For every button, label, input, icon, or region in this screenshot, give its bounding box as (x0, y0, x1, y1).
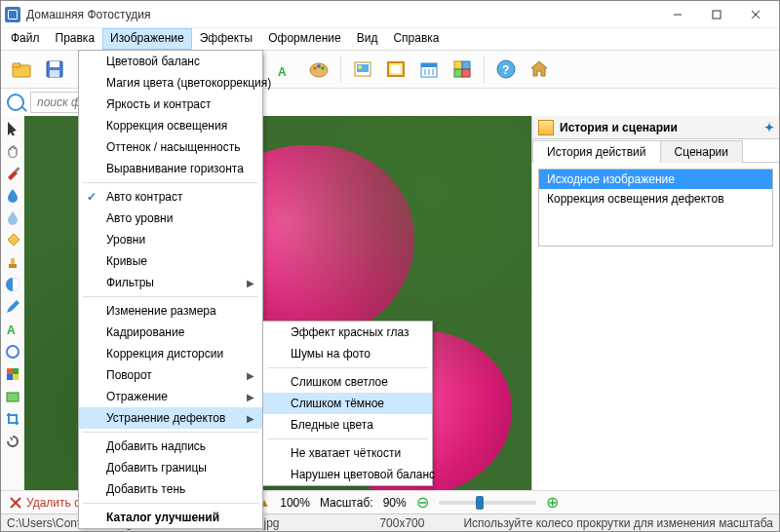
menu-оформление[interactable]: Оформление (260, 28, 348, 50)
close-button[interactable] (736, 2, 775, 27)
menu-item[interactable]: ✓Авто контраст (79, 186, 262, 208)
menu-изображение[interactable]: Изображение (102, 28, 192, 50)
menu-item[interactable]: Выравнивание горизонта (79, 158, 262, 179)
collage-button[interactable] (448, 55, 477, 84)
frame-button[interactable] (381, 55, 410, 84)
search-icon[interactable] (7, 94, 24, 111)
menu-item[interactable]: Авто уровни (79, 208, 262, 229)
image-menu: Цветовой балансМагия цвета (цветокоррекц… (78, 50, 263, 529)
history-item[interactable]: Исходное изображение (539, 170, 772, 189)
open-button[interactable] (7, 55, 36, 84)
menu-эффекты[interactable]: Эффекты (192, 28, 261, 50)
crop-tool-icon[interactable] (5, 411, 20, 427)
menu-item[interactable]: Устранение дефектов▶ (79, 407, 262, 429)
zoom-label: Масштаб: (320, 496, 373, 510)
menu-item[interactable]: Эффект красных глаз (263, 322, 432, 343)
svg-point-17 (313, 66, 317, 70)
history-icon (538, 120, 554, 135)
menu-правка[interactable]: Правка (48, 28, 103, 50)
maximize-button[interactable] (697, 2, 736, 27)
pointer-tool-icon[interactable] (5, 120, 20, 135)
menu-item[interactable]: Шумы на фото (263, 343, 432, 364)
menu-item[interactable]: Добавить надпись (79, 436, 262, 457)
svg-rect-42 (7, 368, 13, 374)
menu-вид[interactable]: Вид (349, 28, 386, 50)
menu-item[interactable]: Оттенок / насыщенность (79, 136, 262, 158)
pencil-tool-icon[interactable] (5, 299, 20, 315)
menu-справка[interactable]: Справка (385, 28, 447, 50)
drop-tool-icon[interactable] (5, 187, 20, 203)
menu-item[interactable]: Уровни (79, 229, 262, 250)
zoom-slider[interactable] (439, 501, 536, 505)
svg-rect-8 (50, 70, 59, 77)
panel-tabs: История действий Сценарии (532, 139, 779, 163)
help-button[interactable]: ? (491, 55, 521, 84)
history-item[interactable]: Коррекция освещения дефектов (539, 189, 772, 209)
palette-button[interactable] (304, 55, 333, 84)
save-button[interactable] (40, 55, 69, 84)
app-icon (5, 7, 20, 22)
menu-item[interactable]: Добавить тень (79, 478, 262, 500)
menu-item[interactable]: Фильтры▶ (79, 272, 262, 293)
menu-item[interactable]: Каталог улучшений (79, 507, 262, 528)
menu-item[interactable]: Бледные цвета (263, 414, 432, 436)
rotate-tool-icon[interactable] (5, 434, 20, 449)
menu-item[interactable]: Кадрирование (79, 322, 262, 343)
menubar: ФайлПравкаИзображениеЭффектыОформлениеВи… (1, 28, 779, 50)
svg-rect-46 (7, 393, 19, 401)
svg-rect-33 (462, 69, 470, 77)
fill-tool-icon[interactable] (5, 232, 20, 247)
minimize-button[interactable] (658, 2, 697, 27)
brush-tool-icon[interactable] (5, 165, 20, 180)
home-button[interactable] (525, 55, 554, 84)
menu-item[interactable]: Коррекция освещения (79, 115, 262, 136)
svg-rect-30 (454, 61, 462, 69)
menu-item[interactable]: Поворот▶ (79, 364, 262, 386)
color-tool-icon[interactable] (5, 366, 20, 382)
menu-item[interactable]: Слишком тёмное (263, 393, 432, 414)
blur-tool-icon[interactable] (5, 209, 20, 225)
text-tool-icon[interactable]: A (5, 322, 20, 337)
menu-item[interactable]: Добавить границы (79, 457, 262, 478)
text-button[interactable]: A (271, 55, 300, 84)
sharpen-tool-icon[interactable] (5, 344, 20, 360)
menu-файл[interactable]: Файл (3, 28, 48, 50)
menu-item[interactable]: Цветовой баланс (79, 51, 262, 72)
history-list: Исходное изображениеКоррекция освещения … (538, 169, 773, 247)
menu-item[interactable]: Не хватает чёткости (263, 442, 432, 464)
tab-history[interactable]: История действий (532, 140, 661, 163)
tool-column: A (1, 116, 24, 492)
calendar-button[interactable] (414, 55, 444, 84)
zoom-out-button[interactable]: ⊖ (416, 493, 429, 512)
tab-scenarios[interactable]: Сценарии (660, 140, 743, 163)
zoom-in-button[interactable]: ⊕ (546, 493, 559, 512)
panel-title: История и сценарии (560, 121, 760, 134)
svg-point-41 (7, 346, 19, 358)
svg-rect-24 (391, 65, 401, 73)
menu-item[interactable]: Магия цвета (цветокоррекция) (79, 72, 262, 94)
svg-rect-44 (7, 374, 13, 380)
svg-point-22 (358, 65, 362, 69)
svg-rect-1 (713, 11, 721, 19)
svg-rect-37 (9, 264, 17, 268)
menu-item[interactable]: Слишком светлое (263, 371, 432, 393)
window-title: Домашняя Фотостудия (26, 8, 658, 21)
menu-item[interactable]: Изменение размера (79, 300, 262, 322)
svg-rect-38 (11, 258, 15, 264)
panel-collapse-icon[interactable]: ✦ (760, 121, 779, 134)
menu-item[interactable]: Кривые (79, 250, 262, 272)
panel-header: История и сценарии ✦ (532, 116, 779, 139)
menu-item[interactable]: Коррекция дисторсии (79, 343, 262, 364)
svg-rect-31 (462, 61, 470, 69)
menu-item[interactable]: Отражение▶ (79, 386, 262, 407)
zoom-reset-label[interactable]: 100% (280, 496, 310, 510)
shape-tool-icon[interactable] (5, 389, 20, 404)
menu-item[interactable]: Нарушен цветовой баланс (263, 464, 432, 485)
gradient-tool-icon[interactable] (5, 277, 20, 292)
hand-tool-icon[interactable] (5, 142, 20, 158)
svg-rect-5 (13, 63, 20, 67)
stamp-tool-icon[interactable] (5, 254, 20, 270)
svg-text:?: ? (502, 63, 509, 77)
menu-item[interactable]: Яркость и контраст (79, 94, 262, 115)
image-button[interactable] (348, 55, 377, 84)
